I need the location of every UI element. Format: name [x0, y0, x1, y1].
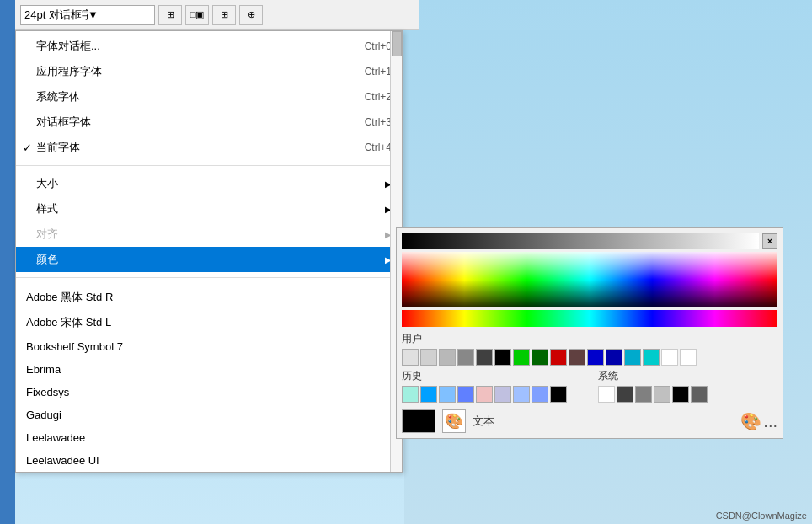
color-wheel-icon: 🎨 [445, 412, 463, 430]
user-swatches-label: 用户 [402, 332, 777, 346]
history-swatches-row [402, 386, 581, 403]
history-swatch-0[interactable] [402, 386, 419, 403]
font-item-gadugi-label: Gadugi [26, 409, 61, 421]
menu-item-dialog-font[interactable]: 对话框字体 Ctrl+3 [16, 110, 402, 135]
color-palette-icon: 🎨 [740, 411, 761, 431]
history-label: 历史 [402, 369, 581, 383]
system-label: 系统 [598, 369, 777, 383]
user-swatch-12[interactable] [624, 349, 641, 366]
toolbar-btn-1[interactable]: ⊞ [158, 5, 182, 25]
user-swatch-5[interactable] [494, 349, 511, 366]
font-item-leelawadee-ui[interactable]: Leelawadee UI [16, 449, 402, 472]
user-swatch-11[interactable] [606, 349, 622, 366]
history-swatch-7[interactable] [532, 386, 548, 403]
toolbar-btn-3[interactable]: ⊞ [212, 5, 236, 25]
menu-item-style[interactable]: 样式 ▶ [16, 196, 402, 222]
checkmark-icon: ✓ [23, 142, 32, 154]
text-format-section: 大小 ▶ 样式 ▶ 对齐 ▶ 颜色 ▶ [16, 168, 402, 275]
font-item-fixedsys[interactable]: Fixedsys [16, 381, 402, 404]
font-item-bookshelf[interactable]: Bookshelf Symbol 7 [16, 335, 402, 358]
menu-item-dialog-font-label: 对话框字体 [36, 115, 91, 130]
system-swatches-row [598, 386, 777, 403]
font-item-adobe-songti[interactable]: Adobe 宋体 Std L [16, 310, 402, 335]
history-col: 历史 [402, 369, 581, 406]
menu-item-app-font[interactable]: 应用程序字体 Ctrl+1 [16, 59, 402, 84]
user-swatch-2[interactable] [439, 349, 456, 366]
menu-item-font-dialog-shortcut: Ctrl+0 [331, 40, 392, 52]
user-swatch-13[interactable] [643, 349, 660, 366]
menu-item-dialog-font-shortcut: Ctrl+3 [331, 116, 392, 128]
font-item-ebrima[interactable]: Ebrima [16, 358, 402, 381]
user-swatch-1[interactable] [420, 349, 437, 366]
color-picker-panel: × 用户 历史 [396, 227, 783, 439]
history-swatch-4[interactable] [476, 386, 493, 403]
dropdown-menu: 字体对话框... Ctrl+0 应用程序字体 Ctrl+1 系统字体 Ctrl+… [15, 30, 403, 473]
history-swatch-6[interactable] [513, 386, 530, 403]
color-gradient-area[interactable] [402, 252, 777, 307]
color-bottom-bar: 🎨 文本 🎨 ... [402, 409, 777, 433]
history-swatch-2[interactable] [439, 386, 456, 403]
history-swatch-5[interactable] [494, 386, 511, 403]
font-select-arrow: ▼ [88, 8, 151, 21]
color-black-overlay [402, 280, 777, 307]
font-item-leelawadee[interactable]: Leelawadee [16, 426, 402, 449]
font-select[interactable]: 24pt 对话框字体 ▼ [20, 5, 155, 25]
user-swatch-8[interactable] [550, 349, 567, 366]
separator-1 [16, 165, 402, 166]
menu-item-system-font[interactable]: 系统字体 Ctrl+2 [16, 84, 402, 110]
system-swatch-2[interactable] [635, 386, 652, 403]
history-swatch-8[interactable] [550, 386, 567, 403]
user-swatch-3[interactable] [457, 349, 474, 366]
user-swatch-9[interactable] [569, 349, 585, 366]
menu-item-current-font-label: 当前字体 [36, 140, 80, 155]
history-swatch-1[interactable] [420, 386, 437, 403]
menu-item-current-font[interactable]: ✓ 当前字体 Ctrl+4 [16, 135, 402, 160]
system-swatch-3[interactable] [654, 386, 670, 403]
current-color-swatch[interactable] [402, 409, 435, 433]
menu-item-font-dialog-label: 字体对话框... [36, 39, 100, 54]
user-swatch-15[interactable] [680, 349, 697, 366]
history-swatch-3[interactable] [457, 386, 474, 403]
system-swatch-4[interactable] [672, 386, 689, 403]
color-wheel-button[interactable]: 🎨 [442, 409, 466, 433]
user-swatch-4[interactable] [476, 349, 493, 366]
font-item-adobe-songti-label: Adobe 宋体 Std L [26, 315, 111, 330]
system-swatch-0[interactable] [598, 386, 615, 403]
user-swatches-row [402, 349, 777, 366]
separator-2 [16, 277, 402, 278]
system-swatch-5[interactable] [691, 386, 708, 403]
font-item-adobe-heiti[interactable]: Adobe 黑体 Std R [16, 285, 402, 310]
color-close-button[interactable]: × [762, 233, 777, 249]
font-item-gadugi[interactable]: Gadugi [16, 404, 402, 426]
menu-item-align[interactable]: 对齐 ▶ [16, 222, 402, 247]
user-swatch-7[interactable] [532, 349, 548, 366]
user-swatch-0[interactable] [402, 349, 419, 366]
font-item-adobe-heiti-label: Adobe 黑体 Std R [26, 290, 113, 305]
toolbar: 24pt 对话框字体 ▼ ⊞ □▣ ⊞ ⊕ [15, 0, 419, 30]
left-sidebar-bar [0, 0, 15, 524]
font-item-bookshelf-label: Bookshelf Symbol 7 [26, 340, 123, 353]
menu-item-color[interactable]: 颜色 ▶ [16, 247, 402, 272]
scrollbar-thumb[interactable] [392, 31, 402, 56]
toolbar-btn-2[interactable]: □▣ [185, 5, 209, 25]
color-more-button[interactable]: 🎨 ... [740, 411, 777, 431]
menu-item-system-font-shortcut: Ctrl+2 [331, 91, 392, 103]
font-type-section: 字体对话框... Ctrl+0 应用程序字体 Ctrl+1 系统字体 Ctrl+… [16, 31, 402, 163]
user-swatch-14[interactable] [661, 349, 678, 366]
font-item-ebrima-label: Ebrima [26, 363, 61, 376]
user-swatch-6[interactable] [513, 349, 530, 366]
system-swatch-1[interactable] [617, 386, 633, 403]
color-text-label: 文本 [473, 414, 494, 429]
menu-item-app-font-label: 应用程序字体 [36, 64, 102, 79]
menu-item-style-label: 样式 [36, 201, 58, 217]
toolbar-btn-4[interactable]: ⊕ [239, 5, 263, 25]
menu-item-font-dialog[interactable]: 字体对话框... Ctrl+0 [16, 34, 402, 59]
font-item-leelawadee-ui-label: Leelawadee UI [26, 454, 99, 467]
menu-item-size[interactable]: 大小 ▶ [16, 171, 402, 196]
bw-gradient-bar [402, 233, 759, 249]
menu-item-size-label: 大小 [36, 176, 58, 191]
color-spectrum-bar[interactable] [402, 310, 777, 327]
menu-item-current-font-shortcut: Ctrl+4 [331, 142, 392, 153]
user-swatch-10[interactable] [587, 349, 604, 366]
color-white-overlay [402, 252, 777, 280]
